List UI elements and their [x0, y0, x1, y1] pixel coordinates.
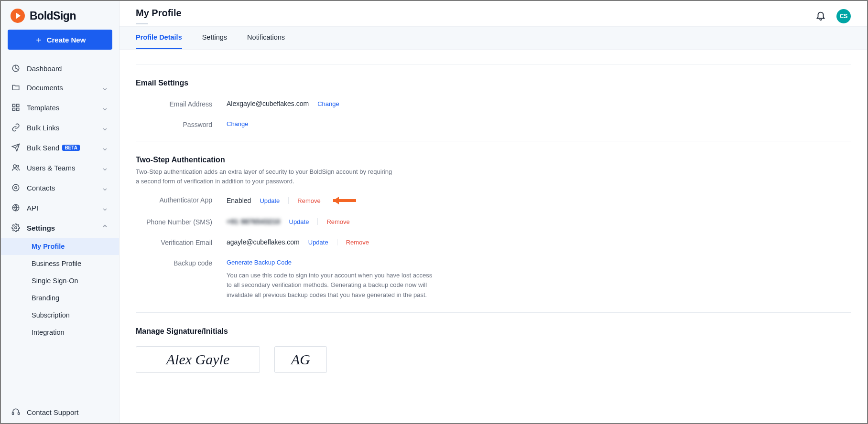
dashboard-icon [11, 64, 20, 73]
tabs-bar: Profile Details Settings Notifications [119, 26, 867, 50]
gear-icon [11, 223, 20, 232]
main: My Profile CS Profile Details Settings N… [119, 1, 867, 423]
signature-fullname-box[interactable]: Alex Gayle [136, 346, 260, 373]
phone-number-label: Phone Number (SMS) [136, 218, 227, 226]
brand-name: BoldSign [30, 10, 76, 22]
tab-profile-details[interactable]: Profile Details [136, 27, 182, 49]
api-icon [11, 203, 20, 212]
svg-rect-3 [12, 108, 15, 111]
chevron-up-icon: ⌄ [101, 223, 108, 233]
contacts-icon [11, 183, 20, 192]
folder-icon [11, 83, 20, 92]
authenticator-update-link[interactable]: Update [260, 197, 280, 204]
svg-rect-12 [18, 413, 20, 415]
password-row: Password Change [136, 120, 851, 128]
authenticator-remove-link[interactable]: Remove [297, 197, 320, 204]
nav-my-profile[interactable]: My Profile [1, 238, 119, 255]
authenticator-app-row: Authenticator App Enabled Update Remove [136, 196, 851, 205]
nav-dashboard[interactable]: Dashboard [1, 59, 119, 77]
svg-rect-1 [12, 104, 15, 106]
nav-documents[interactable]: Documents ⌄ [1, 77, 119, 97]
phone-number-row: Phone Number (SMS) +91 9876543210 Update… [136, 218, 851, 226]
nav-list: Dashboard Documents ⌄ Templates ⌄ Bulk L… [1, 56, 119, 402]
authenticator-app-status: Enabled [227, 197, 251, 204]
nav-users-teams[interactable]: Users & Teams ⌄ [1, 158, 119, 178]
two-step-desc: Two-Step authentication adds an extra la… [136, 167, 394, 186]
chevron-down-icon: ⌄ [101, 202, 108, 213]
nav-settings-submenu: My Profile Business Profile Single Sign-… [1, 238, 119, 341]
nav-templates[interactable]: Templates ⌄ [1, 97, 119, 117]
nav-api[interactable]: API ⌄ [1, 198, 119, 218]
notifications-button[interactable] [814, 8, 828, 24]
templates-icon [11, 103, 20, 112]
svg-rect-2 [17, 104, 19, 106]
verification-email-row: Verification Email agayle@cubeflakes.com… [136, 238, 851, 246]
divider-vertical [288, 197, 289, 204]
create-new-label: Create New [47, 36, 86, 44]
verification-email-value: agayle@cubeflakes.com [227, 238, 300, 246]
header: My Profile CS [119, 1, 867, 24]
manage-signature-title: Manage Signature/Initials [136, 327, 851, 336]
phone-remove-link[interactable]: Remove [326, 218, 349, 225]
nav-bulk-send[interactable]: Bulk Send BETA ⌄ [1, 138, 119, 158]
brand-logo[interactable]: BoldSign [1, 1, 119, 30]
page-title: My Profile [136, 8, 182, 24]
nav-subscription[interactable]: Subscription [1, 307, 119, 324]
signature-initials-box[interactable]: AG [274, 346, 327, 373]
backup-code-label: Backup code [136, 259, 227, 267]
two-step-title: Two-Step Authentication [136, 156, 851, 164]
phone-number-value: +91 9876543210 [227, 218, 281, 225]
chevron-down-icon: ⌄ [101, 82, 108, 93]
svg-point-6 [17, 165, 19, 168]
bell-icon [815, 10, 826, 21]
svg-rect-11 [12, 413, 14, 415]
users-icon [11, 163, 20, 172]
nav-branding[interactable]: Branding [1, 289, 119, 307]
svg-point-7 [15, 187, 17, 189]
change-email-link[interactable]: Change [317, 100, 339, 107]
chevron-down-icon: ⌄ [101, 142, 108, 153]
beta-badge: BETA [62, 145, 79, 151]
backup-code-help: You can use this code to sign into your … [227, 271, 437, 299]
svg-point-5 [13, 165, 16, 168]
svg-point-8 [12, 184, 19, 191]
divider [136, 64, 851, 64]
brand-logo-icon [11, 9, 25, 23]
backup-code-row: Backup code Generate Backup Code You can… [136, 259, 851, 299]
plus-icon: ＋ [34, 35, 43, 44]
verif-email-update-link[interactable]: Update [308, 239, 328, 246]
headset-icon [11, 408, 20, 416]
sidebar: BoldSign ＋ Create New Dashboard Document… [1, 1, 119, 423]
verif-email-remove-link[interactable]: Remove [346, 239, 369, 246]
nav-business-profile[interactable]: Business Profile [1, 255, 119, 272]
nav-integration[interactable]: Integration [1, 324, 119, 341]
email-address-row: Email Address Alexgayle@cubeflakes.com C… [136, 100, 851, 108]
authenticator-app-label: Authenticator App [136, 196, 227, 204]
signature-row: Alex Gayle AG [136, 346, 851, 373]
nav-contacts[interactable]: Contacts ⌄ [1, 178, 119, 198]
tab-settings[interactable]: Settings [202, 27, 227, 49]
tab-notifications[interactable]: Notifications [247, 27, 285, 49]
link-icon [11, 123, 20, 132]
email-address-label: Email Address [136, 100, 227, 108]
create-new-button[interactable]: ＋ Create New [8, 30, 112, 50]
email-address-value: Alexgayle@cubeflakes.com [227, 100, 309, 107]
chevron-down-icon: ⌄ [101, 102, 108, 113]
arrow-annotation-icon [332, 196, 360, 205]
svg-point-10 [15, 227, 17, 229]
password-label: Password [136, 120, 227, 128]
divider-vertical [317, 218, 318, 225]
svg-rect-4 [17, 108, 19, 111]
nav-contact-support[interactable]: Contact Support [1, 402, 119, 423]
nav-sso[interactable]: Single Sign-On [1, 272, 119, 289]
nav-bulk-links[interactable]: Bulk Links ⌄ [1, 117, 119, 138]
send-icon [11, 143, 20, 152]
chevron-down-icon: ⌄ [101, 182, 108, 193]
phone-update-link[interactable]: Update [289, 218, 309, 225]
user-avatar[interactable]: CS [836, 9, 851, 23]
change-password-link[interactable]: Change [227, 120, 249, 127]
divider-vertical [337, 239, 337, 245]
generate-backup-code-link[interactable]: Generate Backup Code [227, 259, 292, 266]
chevron-down-icon: ⌄ [101, 122, 108, 133]
nav-settings[interactable]: Settings ⌄ [1, 218, 119, 238]
